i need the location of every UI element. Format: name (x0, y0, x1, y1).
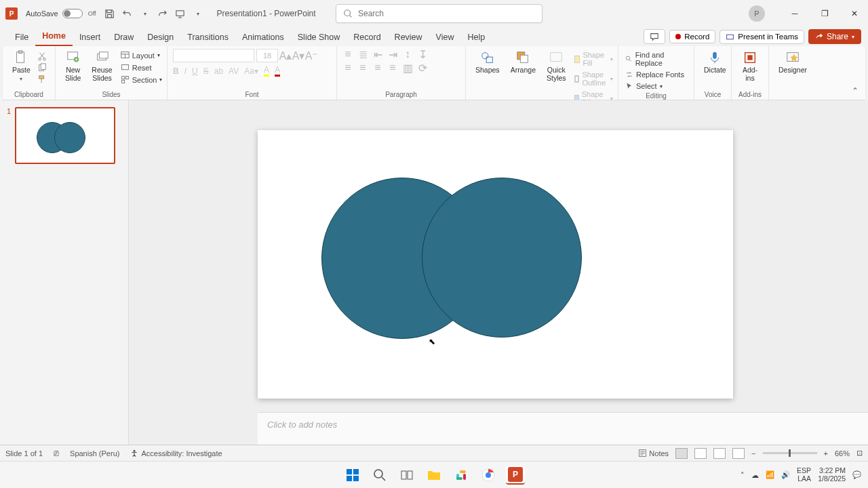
notes-toggle[interactable]: Notes (638, 449, 669, 458)
underline-icon: U (192, 66, 198, 76)
dictate-button[interactable]: Dictate (700, 49, 730, 76)
chrome-icon[interactable] (479, 466, 498, 485)
designer-button[interactable]: Designer (774, 49, 811, 76)
reuse-slides-button[interactable]: Reuse Slides (87, 49, 116, 83)
undo-icon[interactable] (122, 8, 133, 19)
tab-record[interactable]: Record (347, 30, 387, 46)
file-explorer-icon[interactable] (425, 466, 443, 485)
autosave-toggle[interactable]: AutoSave Off (26, 9, 96, 18)
tab-file[interactable]: File (8, 30, 35, 46)
mic-icon (707, 50, 722, 65)
notifications-icon[interactable]: 💬 (852, 470, 861, 479)
tab-animations[interactable]: Animations (235, 30, 291, 46)
tab-transitions[interactable]: Transitions (180, 30, 235, 46)
tray-chevron-icon[interactable]: ˄ (741, 471, 745, 479)
svg-rect-39 (463, 474, 466, 480)
fit-to-window-icon[interactable]: ⊡ (856, 449, 863, 458)
tab-review[interactable]: Review (388, 30, 429, 46)
windows-taskbar: P ˄ ☁ 📶 🔊 ESPLAA 3:22 PM1/8/2025 💬 (0, 461, 868, 488)
replace-fonts-button[interactable]: Replace Fonts (624, 70, 688, 79)
tab-insert[interactable]: Insert (73, 30, 107, 46)
volume-icon[interactable]: 🔊 (781, 470, 790, 479)
shape-outline-button: Shape Outline▾ (573, 70, 615, 87)
close-button[interactable]: ✕ (841, 0, 868, 27)
new-slide-button[interactable]: New Slide (61, 49, 85, 83)
minimize-button[interactable]: ─ (781, 0, 808, 27)
language-status[interactable]: Spanish (Peru) (70, 449, 119, 458)
slide-counter[interactable]: Slide 1 of 1 (5, 449, 43, 458)
slideshow-view-icon[interactable] (732, 448, 745, 459)
tray-date: 1/8/2025 (818, 475, 846, 483)
numbering-icon: ≣ (357, 49, 368, 60)
find-replace-button[interactable]: Find and Replace (624, 50, 688, 68)
save-icon[interactable] (104, 8, 115, 19)
account-avatar[interactable]: P (749, 5, 765, 22)
share-icon (815, 33, 823, 41)
designer-label: Designer (778, 66, 807, 75)
svg-point-18 (482, 53, 488, 59)
cut-icon[interactable] (37, 52, 47, 61)
group-editing: Find and Replace Replace Fonts Select▾ E… (618, 46, 694, 100)
tab-design[interactable]: Design (140, 30, 180, 46)
layout-button[interactable]: Layout▾ (119, 50, 164, 60)
addins-button[interactable]: Add-ins (737, 49, 763, 83)
select-button[interactable]: Select▾ (624, 81, 688, 91)
zoom-out-icon[interactable]: − (751, 449, 755, 458)
wifi-icon[interactable]: 📶 (766, 470, 774, 479)
arrange-button[interactable]: Arrange (507, 49, 540, 76)
redo-icon[interactable] (157, 8, 168, 19)
thumbnail-preview[interactable] (15, 107, 115, 164)
tab-slide-show[interactable]: Slide Show (291, 30, 347, 46)
slide-1[interactable]: ⬉ (258, 130, 733, 399)
zoom-slider[interactable] (763, 452, 817, 454)
section-button[interactable]: Section▾ (119, 75, 164, 85)
thumbnail-1[interactable]: 1 (7, 107, 121, 164)
tab-draw[interactable]: Draw (107, 30, 140, 46)
start-menu-icon[interactable] (343, 466, 362, 485)
record-button[interactable]: Record (669, 30, 715, 43)
section-icon (121, 75, 130, 84)
share-button[interactable]: Share▾ (808, 29, 861, 44)
display-settings-icon[interactable]: ⎚ (54, 448, 59, 458)
taskbar-search-icon[interactable] (370, 466, 389, 485)
search-box[interactable] (336, 4, 542, 23)
toggle-off-icon[interactable] (62, 9, 83, 18)
collapse-ribbon-icon[interactable]: ⌃ (852, 86, 859, 96)
search-input[interactable] (358, 9, 535, 18)
qat-customize-icon[interactable]: ▾ (193, 8, 203, 19)
zoom-percent[interactable]: 66% (835, 449, 850, 458)
tab-home[interactable]: Home (35, 28, 73, 46)
reset-button[interactable]: Reset (119, 62, 164, 73)
group-drawing: Shapes Arrange Quick Styles Shape Fill▾ … (466, 46, 618, 100)
tray-clock[interactable]: 3:22 PM1/8/2025 (818, 467, 846, 483)
maximize-button[interactable]: ❐ (811, 0, 838, 27)
powerpoint-taskbar-icon[interactable]: P (506, 466, 525, 485)
accessibility-status[interactable]: Accessibility: Investigate (130, 449, 222, 458)
layout-icon (121, 51, 130, 60)
paste-button[interactable]: Paste ▾ (8, 49, 35, 83)
present-teams-button[interactable]: Present in Teams (719, 30, 804, 44)
undo-dropdown-icon[interactable]: ▾ (140, 8, 151, 19)
format-painter-icon[interactable] (37, 75, 47, 84)
normal-view-icon[interactable] (675, 448, 688, 459)
tab-view[interactable]: View (429, 30, 461, 46)
slide-canvas-area[interactable]: ⬉ Click to add notes (129, 100, 868, 445)
comments-button[interactable] (644, 29, 665, 44)
clear-format-icon: A⁻ (306, 50, 317, 61)
onedrive-icon[interactable]: ☁ (751, 471, 759, 479)
zoom-in-icon[interactable]: + (824, 449, 828, 458)
find-icon (625, 55, 633, 63)
reading-view-icon[interactable] (713, 448, 726, 459)
notes-pane[interactable]: Click to add notes (258, 412, 868, 445)
shape-circle-right[interactable] (422, 178, 582, 338)
sorter-view-icon[interactable] (694, 448, 707, 459)
present-from-start-icon[interactable] (175, 8, 186, 19)
tray-language[interactable]: ESPLAA (797, 467, 811, 483)
slack-icon[interactable] (452, 466, 471, 485)
shapes-button[interactable]: Shapes (471, 49, 504, 76)
task-view-icon[interactable] (397, 466, 416, 485)
tab-help[interactable]: Help (460, 30, 492, 46)
slide-thumbnail-panel[interactable]: 1 (0, 100, 129, 445)
arrange-icon (515, 50, 530, 65)
copy-icon[interactable] (37, 63, 47, 73)
